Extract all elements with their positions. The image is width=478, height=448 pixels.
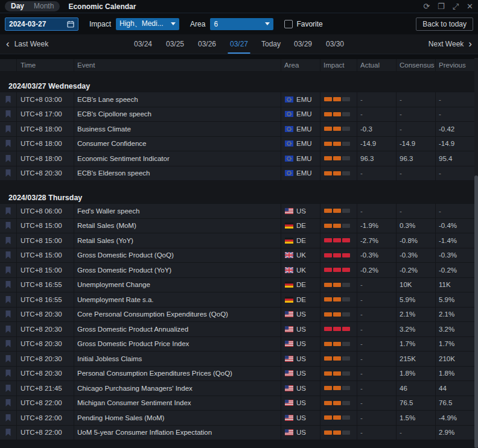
table-row: UTC+8 18:00Business ClimateEMU-0.3--0.42 bbox=[0, 122, 478, 137]
event-time: UTC+8 15:00 bbox=[17, 248, 74, 263]
last-week-button[interactable]: ‹ Last Week bbox=[6, 40, 48, 49]
bookmark-icon[interactable] bbox=[0, 137, 17, 152]
impact-medium-indicator bbox=[320, 142, 350, 146]
week-day-0326[interactable]: 03/26 bbox=[191, 34, 223, 54]
actual-value: - bbox=[357, 381, 397, 396]
event-time: UTC+8 03:00 bbox=[17, 92, 74, 107]
col-previous: Previous bbox=[436, 59, 478, 72]
back-to-today-button[interactable]: Back to today bbox=[416, 17, 473, 31]
flag-us-icon bbox=[285, 429, 293, 435]
impact-cell bbox=[320, 396, 357, 411]
impact-medium-indicator bbox=[320, 171, 350, 175]
previous-value: - bbox=[436, 204, 478, 219]
bookmark-icon[interactable] bbox=[0, 151, 17, 166]
bookmark-icon[interactable] bbox=[0, 337, 17, 352]
bookmark-icon[interactable] bbox=[0, 204, 17, 219]
bookmark-icon[interactable] bbox=[0, 233, 17, 248]
expand-icon[interactable]: ⤢ bbox=[453, 2, 459, 10]
bookmark-icon[interactable] bbox=[0, 381, 17, 396]
bookmark-icon[interactable] bbox=[0, 92, 17, 107]
actual-value: 96.3 bbox=[357, 151, 397, 166]
event-time: UTC+8 18:00 bbox=[17, 137, 74, 152]
checkbox-icon bbox=[284, 20, 293, 28]
flag-us-icon bbox=[285, 326, 293, 332]
popout-icon[interactable]: ❐ bbox=[438, 2, 445, 10]
favorite-checkbox[interactable]: Favorite bbox=[284, 20, 322, 28]
table-row: UTC+8 20:30Gross Domestic Product Price … bbox=[0, 337, 478, 352]
bookmark-icon[interactable] bbox=[0, 367, 17, 382]
event-name: Gross Domestic Product Annualized bbox=[74, 322, 281, 337]
previous-value: 76.5 bbox=[436, 396, 478, 411]
bookmark-icon[interactable] bbox=[0, 411, 17, 426]
table-row: UTC+8 20:30Initial Jobless ClaimsUS-215K… bbox=[0, 352, 478, 367]
area-code: UK bbox=[296, 267, 306, 274]
bookmark-icon[interactable] bbox=[0, 292, 17, 308]
week-day-today[interactable]: Today bbox=[255, 34, 287, 54]
consensus-value: 10K bbox=[397, 278, 436, 293]
impact-high-indicator bbox=[320, 253, 350, 257]
tab-day[interactable]: Day bbox=[6, 1, 29, 11]
previous-value: 1.8% bbox=[436, 367, 478, 382]
flag-us-icon bbox=[285, 356, 293, 362]
bookmark-icon[interactable] bbox=[0, 322, 17, 337]
calendar-icon bbox=[67, 21, 74, 28]
week-day-0327[interactable]: 03/27 bbox=[223, 34, 255, 54]
previous-value: 1.7% bbox=[436, 337, 478, 352]
event-time: UTC+8 16:55 bbox=[17, 278, 74, 293]
actual-value: - bbox=[357, 411, 397, 426]
close-icon[interactable]: ✕ bbox=[467, 2, 473, 10]
event-time: UTC+8 21:45 bbox=[17, 381, 74, 396]
event-time: UTC+8 20:30 bbox=[17, 337, 74, 352]
event-name: Pending Home Sales (MoM) bbox=[74, 411, 281, 426]
impact-dropdown[interactable]: High、Medi... bbox=[116, 18, 179, 30]
actual-value: - bbox=[357, 166, 397, 181]
impact-cell bbox=[320, 263, 357, 278]
date-picker[interactable]: 2024-03-27 bbox=[5, 17, 78, 31]
table-row: UTC+8 20:30Core Personal Consumption Exp… bbox=[0, 308, 478, 323]
area-code: DE bbox=[296, 237, 306, 244]
area-cell: DE bbox=[281, 233, 320, 248]
flag-us-icon bbox=[285, 311, 293, 317]
week-day-0329[interactable]: 03/29 bbox=[287, 34, 319, 54]
week-day-0324[interactable]: 03/24 bbox=[127, 34, 159, 54]
area-value: 6 bbox=[214, 20, 218, 28]
flag-de-icon bbox=[285, 297, 293, 303]
bookmark-icon[interactable] bbox=[0, 308, 17, 323]
impact-high-indicator bbox=[320, 268, 350, 272]
week-day-0330[interactable]: 03/30 bbox=[319, 34, 351, 54]
area-dropdown[interactable]: 6 bbox=[210, 18, 273, 30]
bookmark-icon[interactable] bbox=[0, 278, 17, 293]
table-row: UTC+8 20:30Gross Domestic Product Annual… bbox=[0, 322, 478, 337]
tab-month[interactable]: Month bbox=[29, 1, 59, 11]
flag-emu-icon bbox=[285, 111, 293, 117]
area-cell: UK bbox=[281, 248, 320, 263]
event-time: UTC+8 20:30 bbox=[17, 308, 74, 323]
impact-medium-indicator bbox=[320, 283, 350, 287]
bookmark-icon[interactable] bbox=[0, 396, 17, 411]
bookmark-icon[interactable] bbox=[0, 166, 17, 181]
previous-value: - bbox=[436, 166, 478, 181]
flag-emu-icon bbox=[285, 156, 293, 162]
area-cell: EMU bbox=[281, 151, 320, 166]
event-name: UoM 5-year Consumer Inflation Expectatio… bbox=[74, 426, 281, 441]
bookmark-icon[interactable] bbox=[0, 263, 17, 278]
impact-cell bbox=[320, 248, 357, 263]
area-cell: EMU bbox=[281, 122, 320, 137]
scrollbar-thumb[interactable] bbox=[474, 175, 478, 448]
area-cell: US bbox=[281, 367, 320, 382]
event-time: UTC+8 22:00 bbox=[17, 411, 74, 426]
bookmark-icon[interactable] bbox=[0, 107, 17, 122]
bookmark-icon[interactable] bbox=[0, 219, 17, 234]
week-day-0325[interactable]: 03/25 bbox=[159, 34, 191, 54]
refresh-icon[interactable]: ⟳ bbox=[423, 2, 430, 10]
next-week-button[interactable]: Next Week › bbox=[429, 40, 472, 49]
actual-value: -0.2% bbox=[357, 263, 397, 278]
consensus-value: -0.3% bbox=[397, 248, 436, 263]
bookmark-icon[interactable] bbox=[0, 122, 17, 137]
bookmark-icon[interactable] bbox=[0, 248, 17, 263]
bookmark-icon[interactable] bbox=[0, 352, 17, 367]
area-cell: EMU bbox=[281, 107, 320, 122]
area-cell: US bbox=[281, 381, 320, 396]
bookmark-icon[interactable] bbox=[0, 426, 17, 441]
area-cell: US bbox=[281, 308, 320, 323]
